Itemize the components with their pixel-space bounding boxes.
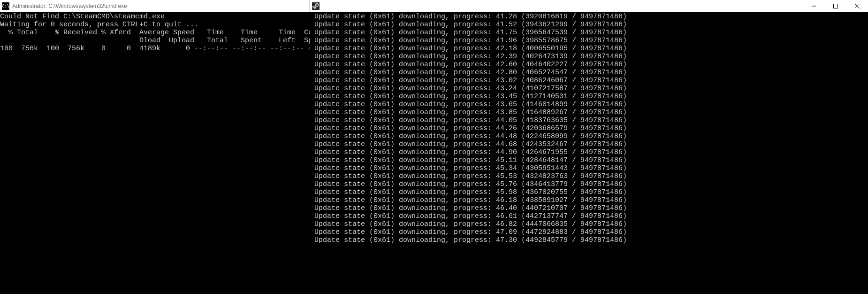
update-line: Update state (0x61) downloading, progres… bbox=[310, 13, 868, 21]
update-line: Update state (0x61) downloading, progres… bbox=[310, 85, 868, 93]
update-line: Update state (0x61) downloading, progres… bbox=[310, 180, 868, 188]
maximize-button[interactable] bbox=[825, 0, 846, 12]
update-line: Update state (0x61) downloading, progres… bbox=[310, 53, 868, 61]
update-line: Update state (0x61) downloading, progres… bbox=[310, 29, 868, 37]
steam-window: Update state (0x61) downloading, progres… bbox=[310, 0, 868, 294]
update-line: Update state (0x61) downloading, progres… bbox=[310, 164, 868, 172]
update-line: Update state (0x61) downloading, progres… bbox=[310, 77, 868, 85]
update-line: Update state (0x61) downloading, progres… bbox=[310, 93, 868, 101]
terminal-line: Dload Upload Total Spent Left Speed bbox=[0, 37, 310, 45]
cmd-titlebar[interactable]: C:\ Administrator: C:\Windows\system32\c… bbox=[0, 0, 310, 12]
update-line: Update state (0x61) downloading, progres… bbox=[310, 69, 868, 77]
update-line: Update state (0x61) downloading, progres… bbox=[310, 37, 868, 45]
cmd-window: C:\ Administrator: C:\Windows\system32\c… bbox=[0, 0, 310, 294]
cmd-icon: C:\ bbox=[2, 2, 9, 10]
update-line: Update state (0x61) downloading, progres… bbox=[310, 236, 868, 244]
update-line: Update state (0x61) downloading, progres… bbox=[310, 148, 868, 156]
steam-titlebar[interactable] bbox=[310, 0, 868, 12]
update-line: Update state (0x61) downloading, progres… bbox=[310, 204, 868, 212]
update-line: Update state (0x61) downloading, progres… bbox=[310, 212, 868, 220]
update-line: Update state (0x61) downloading, progres… bbox=[310, 108, 868, 116]
update-line: Update state (0x61) downloading, progres… bbox=[310, 61, 868, 69]
update-line: Update state (0x61) downloading, progres… bbox=[310, 21, 868, 29]
steam-terminal[interactable]: Update state (0x61) downloading, progres… bbox=[310, 12, 868, 294]
cmd-title: Administrator: C:\Windows\system32\cmd.e… bbox=[12, 3, 127, 9]
update-line: Update state (0x61) downloading, progres… bbox=[310, 140, 868, 148]
update-line: Update state (0x61) downloading, progres… bbox=[310, 220, 868, 228]
window-controls bbox=[803, 0, 868, 12]
update-line: Update state (0x61) downloading, progres… bbox=[310, 101, 868, 108]
update-line: Update state (0x61) downloading, progres… bbox=[310, 132, 868, 140]
svg-rect-8 bbox=[834, 4, 838, 8]
update-line: Update state (0x61) downloading, progres… bbox=[310, 172, 868, 180]
cmd-terminal[interactable]: Could Not Find C:\SteamCMD\steamcmd.exeW… bbox=[0, 12, 310, 294]
terminal-line: Waiting for 0 seconds, press CTRL+C to q… bbox=[0, 21, 310, 29]
update-line: Update state (0x61) downloading, progres… bbox=[310, 196, 868, 204]
terminal-line: Could Not Find C:\SteamCMD\steamcmd.exe bbox=[0, 13, 310, 21]
minimize-button[interactable] bbox=[803, 0, 825, 12]
close-button[interactable] bbox=[846, 0, 868, 12]
update-line: Update state (0x61) downloading, progres… bbox=[310, 124, 868, 132]
update-line: Update state (0x61) downloading, progres… bbox=[310, 228, 868, 236]
steam-icon bbox=[312, 2, 320, 10]
update-line: Update state (0x61) downloading, progres… bbox=[310, 45, 868, 53]
terminal-line: % Total % Received % Xferd Average Speed… bbox=[0, 29, 310, 37]
update-line: Update state (0x61) downloading, progres… bbox=[310, 116, 868, 124]
svg-point-2 bbox=[316, 4, 318, 6]
update-line: Update state (0x61) downloading, progres… bbox=[310, 156, 868, 164]
update-line: Update state (0x61) downloading, progres… bbox=[310, 188, 868, 196]
terminal-line: 100 756k 100 756k 0 0 4189k 0 --:--:-- -… bbox=[0, 45, 310, 53]
